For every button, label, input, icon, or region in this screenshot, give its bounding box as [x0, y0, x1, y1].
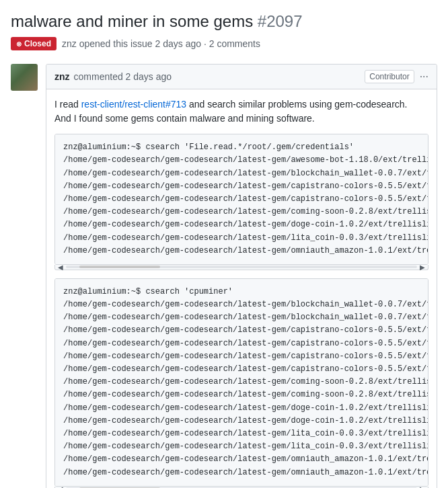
comment-time: commented 2 days ago [74, 71, 172, 82]
avatar [11, 64, 38, 91]
title-text: malware and miner in some gems [11, 12, 253, 30]
comment-text: I read rest-client/rest-client#713 and s… [54, 97, 428, 126]
scrollbar-1[interactable]: ◀ ▶ [54, 265, 428, 270]
issue-meta: ⊗ Closed znz opened this issue 2 days ag… [11, 37, 437, 50]
meta-text: znz opened this issue 2 days ago · 2 com… [62, 38, 260, 49]
closed-icon: ⊗ [16, 40, 22, 48]
comment-container: znz commented 2 days ago Contributor ···… [11, 64, 437, 488]
comment-header-right: Contributor ··· [365, 70, 428, 83]
scroll-left-arrow-1[interactable]: ◀ [57, 263, 65, 271]
scroll-right-arrow-2[interactable]: ▶ [418, 485, 426, 488]
comment-body: I read rest-client/rest-client#713 and s… [46, 89, 437, 488]
code-block-1-wrapper: znz@aluminium:~$ csearch 'File.read.*/ro… [54, 134, 428, 270]
contributor-badge: Contributor [365, 70, 414, 83]
code-block-2-wrapper: znz@aluminium:~$ csearch 'cpuminer' /hom… [54, 278, 428, 488]
status-text: Closed [24, 39, 51, 48]
comment-header-left: znz commented 2 days ago [54, 71, 172, 82]
issue-title: malware and miner in some gems #2097 [11, 11, 437, 32]
code-block-2[interactable]: znz@aluminium:~$ csearch 'cpuminer' /hom… [54, 278, 428, 487]
page-header: malware and miner in some gems #2097 ⊗ C… [0, 0, 448, 56]
code-block-1[interactable]: znz@aluminium:~$ csearch 'File.read.*/ro… [54, 134, 428, 265]
scrollbar-track-1[interactable] [66, 266, 417, 268]
closed-badge: ⊗ Closed [11, 37, 57, 50]
issue-number: #2097 [258, 12, 303, 30]
avatar-image [11, 64, 38, 91]
scrollbar-thumb-1[interactable] [79, 266, 160, 268]
text-suffix: and search similar problems using gem-co… [186, 99, 407, 110]
issue-link[interactable]: rest-client/rest-client#713 [81, 99, 186, 110]
scroll-right-arrow-1[interactable]: ▶ [418, 263, 426, 271]
text-line2: And I found some gems contain malware an… [54, 113, 315, 124]
scroll-left-arrow-2[interactable]: ◀ [57, 485, 65, 488]
comment-header: znz commented 2 days ago Contributor ··· [46, 65, 437, 89]
commenter-name[interactable]: znz [54, 71, 70, 82]
more-options-button[interactable]: ··· [420, 71, 428, 83]
text-prefix: I read [54, 99, 81, 110]
comment-box: znz commented 2 days ago Contributor ···… [46, 64, 437, 488]
